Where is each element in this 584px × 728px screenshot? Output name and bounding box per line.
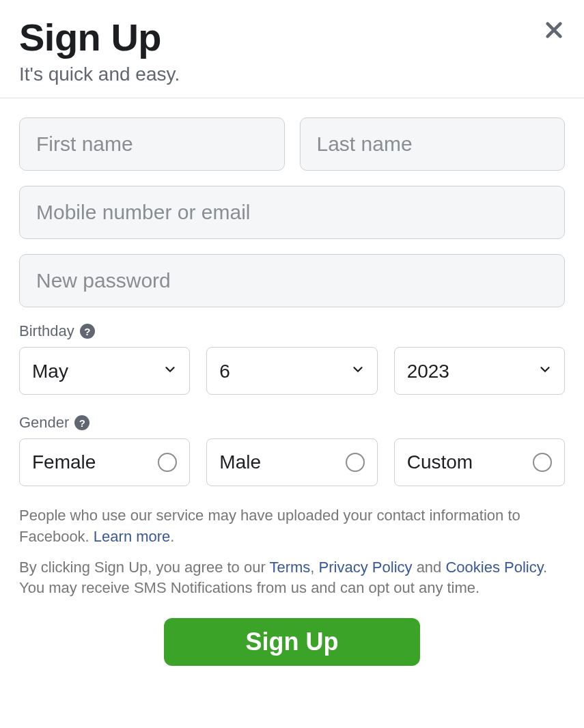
radio-icon [346, 453, 365, 472]
birthday-month-select[interactable]: May [19, 347, 190, 395]
gender-label-row: Gender ? [19, 414, 565, 432]
gender-option-male[interactable]: Male [206, 438, 377, 486]
close-icon[interactable] [543, 19, 565, 44]
first-name-field[interactable] [19, 117, 285, 171]
gender-option-custom[interactable]: Custom [394, 438, 565, 486]
terms-notice: By clicking Sign Up, you agree to our Te… [19, 557, 565, 600]
page-subtitle: It's quick and easy. [19, 64, 565, 85]
birthday-help-icon[interactable]: ? [80, 324, 95, 339]
signup-form: Birthday ? May 6 [0, 98, 584, 685]
signup-button[interactable]: Sign Up [164, 618, 421, 666]
contact-field[interactable] [19, 186, 565, 239]
cookies-policy-link[interactable]: Cookies Policy [445, 559, 543, 576]
privacy-policy-link[interactable]: Privacy Policy [319, 559, 413, 576]
gender-option-female[interactable]: Female [19, 438, 190, 486]
gender-option-label: Female [32, 451, 96, 473]
password-field[interactable] [19, 254, 565, 307]
birthday-year-select[interactable]: 2023 [394, 347, 565, 395]
birthday-label-row: Birthday ? [19, 322, 565, 340]
gender-label: Gender [19, 414, 69, 432]
radio-icon [533, 453, 552, 472]
modal-header: Sign Up It's quick and easy. [0, 0, 584, 98]
birthday-day-select[interactable]: 6 [206, 347, 377, 395]
radio-icon [158, 453, 177, 472]
gender-option-label: Male [219, 451, 261, 473]
terms-link[interactable]: Terms [269, 559, 310, 576]
gender-option-label: Custom [407, 451, 473, 473]
birthday-label: Birthday [19, 322, 74, 340]
learn-more-link[interactable]: Learn more [94, 528, 171, 545]
page-title: Sign Up [19, 15, 565, 59]
signup-modal: Sign Up It's quick and easy. Birthday ? … [0, 0, 584, 685]
contact-upload-notice: People who use our service may have uplo… [19, 505, 565, 548]
last-name-field[interactable] [300, 117, 566, 171]
gender-help-icon[interactable]: ? [74, 415, 89, 430]
